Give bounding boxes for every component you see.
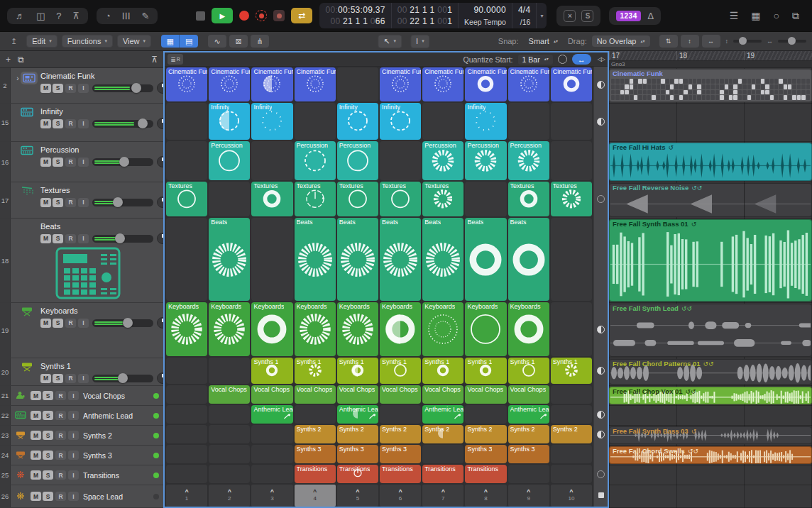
loop-cell-textures-4[interactable]: Textures [295,182,336,216]
loop-cell-synths-3-6[interactable]: Synths 3 [380,445,421,463]
empty-cell[interactable] [551,405,592,424]
empty-cell[interactable] [551,385,592,404]
solo-button[interactable]: S [43,411,53,420]
scene-trigger-1[interactable]: ^1 [166,485,207,507]
scene-trigger-10[interactable]: ^10 [551,485,592,507]
empty-cell[interactable] [508,103,549,140]
loop-cell-cinematic-funk-10[interactable]: Cinematic Funk [551,67,592,101]
rows-view-toggle[interactable]: ▤ [180,35,198,48]
volume-slider[interactable] [92,84,153,92]
loop-cell-cinematic-funk-3[interactable]: Cinematic Funk [251,67,292,101]
pan-knob[interactable] [157,233,163,244]
track-header-beats[interactable]: 18BeatsMSRI [0,219,163,303]
loop-cell-synths-1-9[interactable]: Synths 1 [508,358,549,384]
loop-cell-synths-1-7[interactable]: Synths 1 [422,358,463,384]
media-browser-icon[interactable]: ⧉ [792,11,799,21]
loop-cell-vocal-chops-6[interactable]: Vocal Chops [380,385,421,404]
loop-cell-textures-6[interactable]: Textures [380,182,421,216]
mute-button[interactable]: M [31,411,41,420]
loop-cell-beats-9[interactable]: Beats [508,218,549,301]
input-monitor-button[interactable]: I [68,431,79,440]
solo-button[interactable]: S [43,431,53,440]
track-import-button[interactable]: ⊼ [151,55,158,65]
solo-button[interactable]: S [43,470,53,480]
track-header-body[interactable]: MSRIAnthemic Lead [11,406,163,425]
quantize-start-dropdown[interactable]: 1 Bar▴▾ [518,55,553,65]
disclosure-arrow-icon[interactable]: › [16,74,18,82]
loop-cell-keyboards-4[interactable]: Keyboards [295,302,336,356]
region-free-fall-chord-swells[interactable]: Free Fall Chord Swells↺↺ [609,446,812,464]
region-free-fall-synth-bass-01[interactable]: Free Fall Synth Bass 01↺ [609,219,812,302]
track-header-body[interactable]: TexturesMSRI [11,182,163,218]
volume-slider[interactable] [92,235,153,243]
list-editors-icon[interactable]: ☰ [730,11,739,21]
loop-cell-synths-1-8[interactable]: Synths 1 [465,358,506,384]
input-monitor-button[interactable]: I [78,374,89,383]
record-enable-button[interactable]: R [55,411,66,420]
loop-cell-synths-1-4[interactable]: Synths 1 [295,358,336,384]
input-monitor-button[interactable]: I [68,470,79,480]
track-header-infinity[interactable]: 15InfinityMSRI [0,104,163,142]
back-button[interactable]: ↥ [6,35,22,48]
input-monitor-button[interactable]: I [68,391,79,400]
empty-cell[interactable] [251,141,292,180]
volume-slider[interactable] [92,375,153,382]
waveform-zoom-icon[interactable]: ⇅ [659,35,678,48]
empty-cell[interactable] [166,358,207,384]
pencil-icon[interactable]: ✎ [142,11,150,21]
vertical-zoom-slider[interactable] [733,40,762,43]
solo-button[interactable]: S [53,234,63,243]
loop-cell-keyboards-7[interactable]: Keyboards [422,302,463,356]
mute-button[interactable]: M [40,234,51,243]
loop-cell-synths-2-10[interactable]: Synths 2 [551,425,592,443]
loop-cell-percussion-7[interactable]: Percussion [422,141,463,180]
loop-cell-keyboards-2[interactable]: Keyboards [209,302,250,356]
record-enable-button[interactable]: R [65,158,76,167]
input-monitor-button[interactable]: I [68,492,79,501]
empty-cell[interactable] [209,425,250,443]
row-play-indicator-8[interactable] [594,404,608,424]
metronome-icon[interactable]: ∆ [648,11,654,21]
empty-cell[interactable] [551,103,592,140]
lcd-time-segment[interactable]: 00:00:53:09.37 00 21 1 1 066 [319,3,391,28]
scene-trigger-7[interactable]: ^7 [422,485,463,507]
input-monitor-button[interactable]: I [78,319,89,328]
loop-cell-transitions-5[interactable]: Transitions [337,465,378,483]
mute-button[interactable]: M [31,470,41,480]
record-enable-button[interactable]: R [65,119,76,128]
empty-cell[interactable] [295,103,336,140]
track-header-synths-1[interactable]: 20Synths 1MSRI [0,358,163,386]
empty-cell[interactable] [551,465,592,483]
mute-button[interactable]: M [40,119,51,128]
menu-view[interactable]: View▾ [117,35,151,48]
loop-cell-percussion-5[interactable]: Percussion [337,141,378,180]
loop-cell-synths-3-5[interactable]: Synths 3 [337,445,378,463]
track-header-body[interactable]: MSRIVocal Chops [11,386,163,405]
track-header-body[interactable]: KeyboardsMSRI [11,303,163,358]
record-enable-button[interactable]: R [65,84,76,93]
volume-slider[interactable] [92,199,153,206]
play-button[interactable]: ▶ [212,8,233,23]
loop-cell-synths-1-6[interactable]: Synths 1 [380,358,421,384]
mute-button[interactable]: M [31,391,41,400]
row-play-indicator-5[interactable] [594,302,608,357]
loop-cell-vocal-chops-8[interactable]: Vocal Chops [465,385,506,404]
mute-button[interactable]: M [40,319,51,328]
loop-cell-beats-4[interactable]: Beats [295,218,336,301]
performance-record-button[interactable]: ≣R [168,54,183,65]
duplicate-track-button[interactable]: ⧉ [18,55,24,65]
empty-cell[interactable] [380,405,421,424]
loop-cell-cinematic-funk-7[interactable]: Cinematic Funk [422,67,463,101]
region-cinematic-funk[interactable]: Cinematic Funk [609,69,812,102]
loop-cell-anthemic-lead-3[interactable]: Anthemic Lead [251,405,292,424]
solo-button[interactable]: S [53,84,63,93]
loop-cell-synths-2-9[interactable]: Synths 2 [508,425,549,443]
empty-cell[interactable] [251,445,292,463]
lcd-chevron-icon[interactable]: ▾ [537,3,547,28]
horizontal-zoom-icon[interactable]: ↔ [702,35,720,48]
row-play-indicator-6[interactable] [594,357,608,385]
empty-cell[interactable] [209,358,250,384]
note-pads-icon[interactable]: ▦ [751,11,760,21]
loop-cell-vocal-chops-2[interactable]: Vocal Chops [209,385,250,404]
loop-cell-vocal-chops-4[interactable]: Vocal Chops [295,385,336,404]
